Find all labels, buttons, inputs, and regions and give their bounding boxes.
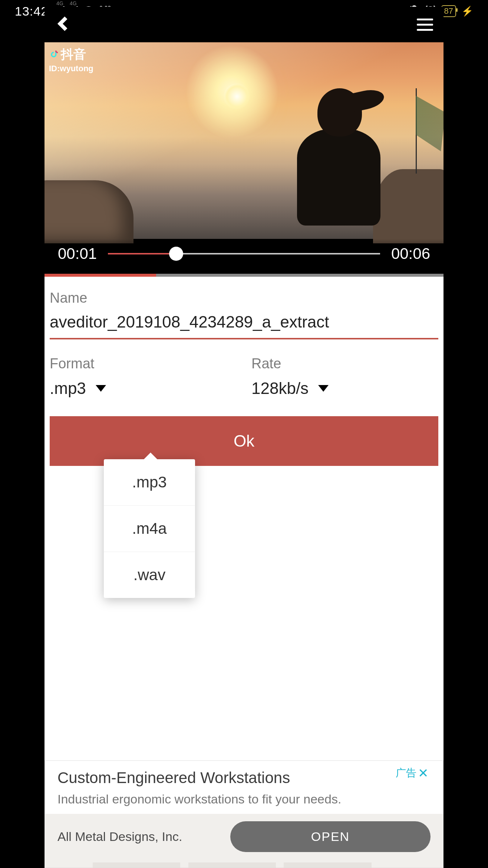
charging-icon: ⚡ <box>461 6 473 17</box>
menu-button[interactable] <box>417 19 433 31</box>
ad-open-button[interactable]: OPEN <box>230 821 431 852</box>
app-frame: 抖音 ID:wyutong 00:01 00:06 Name Format .m… <box>44 7 444 868</box>
video-thumbnail-rocks <box>373 169 444 243</box>
format-dropdown: .mp3.m4a.wav <box>104 459 195 598</box>
rate-label: Rate <box>251 356 438 372</box>
caret-down-icon <box>96 385 106 392</box>
ad-tag: 广告 ✕ <box>396 766 428 780</box>
douyin-user-id: ID:wyutong <box>49 64 93 73</box>
seekbar-knob[interactable] <box>169 247 183 261</box>
playback-duration: 00:06 <box>391 245 430 263</box>
ok-button[interactable]: Ok <box>50 416 438 466</box>
format-label: Format <box>50 356 237 372</box>
video-preview[interactable]: 抖音 ID:wyutong 00:01 00:06 <box>44 7 444 277</box>
name-input[interactable] <box>50 313 438 339</box>
format-value: .mp3 <box>50 379 86 398</box>
export-form: Name Format .mp3 Rate 128kb/s Ok <box>44 277 444 466</box>
format-option[interactable]: .m4a <box>104 505 195 552</box>
playback-controls: 00:01 00:06 <box>44 239 444 269</box>
format-option[interactable]: .mp3 <box>104 459 195 505</box>
rate-value: 128kb/s <box>251 379 309 398</box>
ad-company: All Metal Designs, Inc. <box>57 829 182 844</box>
load-progress-bar <box>44 274 444 277</box>
status-time: 13:42 <box>15 4 48 19</box>
video-thumbnail-net <box>395 88 440 174</box>
format-option[interactable]: .wav <box>104 552 195 598</box>
rate-select[interactable]: 128kb/s <box>251 379 438 398</box>
video-thumbnail-person <box>284 77 380 218</box>
video-thumbnail-rocks <box>44 180 133 243</box>
ad-close-icon[interactable]: ✕ <box>418 768 428 778</box>
format-select[interactable]: .mp3 <box>50 379 237 398</box>
ad-title: Custom-Engineered Workstations <box>57 769 431 787</box>
douyin-watermark: 抖音 ID:wyutong <box>49 46 93 73</box>
douyin-logo-icon <box>49 49 59 60</box>
playback-current-time: 00:01 <box>58 245 97 263</box>
douyin-app-name: 抖音 <box>61 46 86 63</box>
ad-subtitle: Industrial ergonomic workstations to fit… <box>57 792 431 806</box>
playback-seekbar[interactable] <box>108 253 380 254</box>
back-button[interactable] <box>55 15 73 34</box>
ad-banner[interactable]: 广告 ✕ Custom-Engineered Workstations Indu… <box>44 760 444 868</box>
ad-tabs-placeholder <box>45 862 443 868</box>
name-label: Name <box>50 290 438 306</box>
caret-down-icon <box>318 385 329 392</box>
